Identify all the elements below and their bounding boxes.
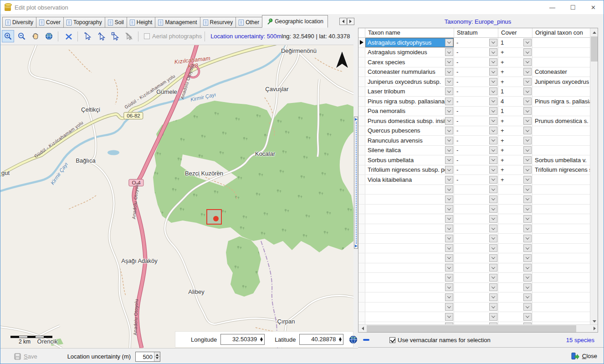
column-header-stratum[interactable]: Stratum [454,28,498,37]
stratum-cell[interactable]: - [454,146,498,155]
table-row[interactable]: Cotoneaster nummularius-+Cotoneaster [358,67,591,77]
select-add-pointer-button[interactable] [96,30,108,42]
row-selector-cell[interactable] [358,87,365,97]
row-selector-cell[interactable] [358,312,365,322]
stratum-dropdown[interactable] [489,87,497,95]
stratum-dropdown[interactable] [489,97,497,105]
cover-dropdown[interactable] [523,156,532,164]
row-selector-cell[interactable] [358,116,365,126]
tab-topography[interactable]: Topography [63,17,105,28]
cover-cell[interactable]: 4 [498,97,532,106]
cover-cell[interactable] [498,234,532,243]
row-selector-cell[interactable] [358,195,365,204]
row-selector-cell[interactable] [358,234,365,243]
cover-dropdown[interactable] [523,146,532,154]
taxon-cell[interactable]: Sorbus umbellata [365,155,454,165]
taxon-cell[interactable]: Astragalus sigmoideus [365,48,454,57]
cover-dropdown[interactable] [523,195,532,203]
taxon-dropdown[interactable] [445,235,453,242]
taxon-dropdown[interactable] [445,313,453,321]
cover-dropdown[interactable] [523,68,532,76]
stratum-dropdown[interactable] [489,39,497,46]
row-selector-cell[interactable] [358,253,365,263]
cover-cell[interactable] [498,273,532,282]
taxon-cell[interactable]: Laser trilobum [365,87,454,97]
original-taxon-cell[interactable] [532,263,591,273]
minimize-button[interactable]: — [542,0,563,14]
scroll-left-button[interactable] [358,325,366,332]
cover-cell[interactable]: + [498,155,532,165]
cover-cell[interactable]: + [498,136,532,145]
stratum-dropdown[interactable] [489,68,497,76]
stratum-dropdown[interactable] [489,146,497,154]
taxon-dropdown[interactable] [445,283,453,291]
original-taxon-cell[interactable]: Prunus domestica s. [532,116,591,126]
stratum-dropdown[interactable] [489,195,497,203]
table-row-empty[interactable] [358,283,591,293]
tab-scroll-left-button[interactable] [339,18,347,25]
cover-dropdown[interactable] [523,254,532,262]
cover-dropdown[interactable] [523,39,532,46]
cover-dropdown[interactable] [523,87,532,95]
column-header-original-taxon-concept[interactable]: Original taxon concept [532,28,583,37]
taxon-dropdown[interactable] [445,303,453,311]
cover-cell[interactable]: + [498,48,532,57]
cover-dropdown[interactable] [523,97,532,105]
cover-cell[interactable]: + [498,126,532,136]
taxon-cell[interactable]: Carex species [365,57,454,67]
taxon-dropdown[interactable] [445,225,453,232]
table-row-empty[interactable] [358,224,591,234]
original-taxon-cell[interactable] [532,185,591,195]
stratum-dropdown[interactable] [489,156,497,164]
taxon-cell[interactable]: Pinus nigra subsp. pallasiana [365,97,454,106]
taxon-dropdown[interactable] [445,274,453,282]
cover-cell[interactable] [498,185,532,195]
table-row[interactable]: Astragalus dictyophysus-1 [358,38,591,48]
table-row[interactable]: Quercus pubescens-+ [358,126,591,136]
taxon-dropdown[interactable] [445,146,453,154]
plot-marker-selection[interactable] [206,209,222,225]
original-taxon-cell[interactable] [532,273,591,282]
stratum-cell[interactable] [454,214,498,224]
stratum-cell[interactable]: - [454,165,498,175]
tab-diversity[interactable]: Diversity [2,17,36,28]
taxon-cell[interactable]: Juniperus oxycedrus subsp. [365,77,454,87]
longitude-input[interactable]: 32.50339 [220,334,265,345]
latitude-spinner[interactable] [337,334,343,344]
stratum-dropdown[interactable] [489,254,497,262]
row-selector-cell[interactable] [358,48,365,57]
cover-dropdown[interactable] [523,185,532,193]
cover-dropdown[interactable] [523,107,532,115]
cover-dropdown[interactable] [523,58,532,66]
original-taxon-cell[interactable] [532,312,591,322]
location-uncertainty-input[interactable]: 500 [135,352,160,362]
table-row[interactable]: Sorbus umbellata-+Sorbus umbellata v. [358,155,591,165]
original-taxon-cell[interactable] [532,205,591,214]
table-row[interactable]: Pinus nigra subsp. pallasiana-4Pinus nig… [358,97,591,107]
stratum-cell[interactable]: - [454,155,498,165]
longitude-spinner[interactable] [258,334,264,344]
cover-dropdown[interactable] [523,137,532,144]
stratum-cell[interactable]: - [454,107,498,116]
taxon-dropdown[interactable] [445,127,453,134]
table-row[interactable]: Prunus domestica subsp. insititia-+Prunu… [358,116,591,126]
original-taxon-cell[interactable] [532,283,591,292]
cover-cell[interactable] [498,244,532,253]
stratum-dropdown[interactable] [489,244,497,252]
taxon-cell[interactable] [365,244,454,253]
table-row[interactable]: Ranunculus arvensis-+ [358,136,591,146]
taxon-cell[interactable]: Quercus pubescens [365,126,454,136]
stratum-dropdown[interactable] [489,283,497,291]
stratum-cell[interactable] [454,253,498,263]
taxon-dropdown[interactable] [445,166,453,174]
stratum-cell[interactable]: - [454,77,498,87]
close-button[interactable]: Close [571,352,597,360]
stratum-cell[interactable] [454,283,498,292]
row-selector-cell[interactable] [358,224,365,234]
taxon-dropdown[interactable] [445,195,453,203]
table-row[interactable]: Astragalus sigmoideus-+ [358,48,591,58]
stratum-cell[interactable]: - [454,136,498,145]
stratum-dropdown[interactable] [489,293,497,301]
taxon-cell[interactable]: Trifolium nigrescens subsp. petrisavii [365,165,454,175]
taxon-dropdown[interactable] [445,117,453,125]
